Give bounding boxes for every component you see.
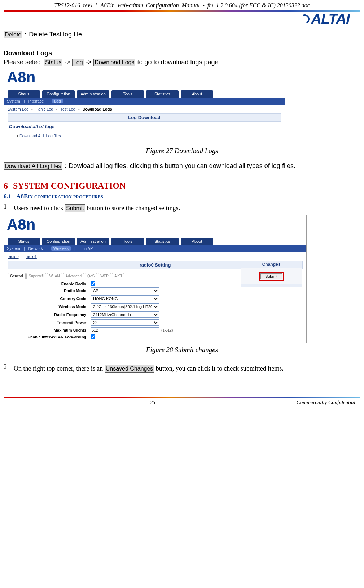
subnav-wireless-2[interactable]: Wireless xyxy=(51,246,71,251)
setting-tab-advanced[interactable]: Advanced xyxy=(63,273,84,279)
download-logs-heading: Download Logs xyxy=(4,49,360,57)
crumb-system-log[interactable]: System Log xyxy=(8,107,28,111)
doc-header: TPS12-016_rev1 1_A8Ein_web-admin_Configu… xyxy=(4,0,360,9)
country-code-select[interactable]: HONG KONG xyxy=(91,295,159,302)
crumb-radio1[interactable]: radio1 xyxy=(26,254,37,259)
list-item: 1 Users need to click Submit button to s… xyxy=(4,203,360,213)
section-6-1-heading: 6.1A8Ein configuration procedures xyxy=(4,193,360,200)
tab-status[interactable]: Status xyxy=(8,90,40,98)
sub-nav-2: System| Network| Wireless| Thin AP xyxy=(4,245,306,252)
radio-mode-label: Radio Mode: xyxy=(8,289,91,293)
list-item: 2 On the right top corner, there is an U… xyxy=(4,363,360,374)
footer-rule xyxy=(4,396,360,399)
tab-statistics-2[interactable]: Statistics xyxy=(146,238,179,245)
crumb-test-log[interactable]: Test Log xyxy=(60,107,75,111)
tab-statistics[interactable]: Statistics xyxy=(146,90,179,98)
setting-tab-superwifi[interactable]: Superwifi xyxy=(26,273,46,279)
setting-tab-qos[interactable]: QoS xyxy=(85,273,97,279)
logo-swoop-icon xyxy=(299,13,311,25)
download-logs-para: Please select Status -> Log -> Download … xyxy=(4,59,360,66)
main-tabs: Status Configuration Administration Tool… xyxy=(4,89,285,98)
setting-tab-airfi[interactable]: AirFi xyxy=(112,273,124,279)
download-all-line: Download All Log files：Dowload all log f… xyxy=(4,161,360,170)
subnav-thinap-2[interactable]: Thin AP xyxy=(79,246,93,251)
country-code-label: Country Code: xyxy=(8,297,91,301)
figure-28-caption: Figure 28 Submit changes xyxy=(4,346,360,354)
radio-mode-select[interactable]: AP xyxy=(91,287,159,294)
a8n-logo-2: A8n xyxy=(4,215,306,236)
screenshot-download-logs: A8n Status Configuration Administration … xyxy=(4,68,285,144)
logo-text: ALTAI xyxy=(311,11,350,27)
tab-configuration-2[interactable]: Configuration xyxy=(42,238,75,245)
submit-highlight: Submit xyxy=(259,272,284,281)
tab-configuration[interactable]: Configuration xyxy=(42,90,75,98)
subnav-system[interactable]: System xyxy=(7,99,20,103)
changes-header: Changes xyxy=(241,261,302,268)
max-clients-input[interactable] xyxy=(91,327,159,333)
page-number: 25 xyxy=(9,399,297,406)
max-clients-label: Maximum Clients: xyxy=(8,328,91,332)
inter-wlan-label: Enable Inter-WLAN Forwarding: xyxy=(8,335,91,339)
tx-power-select[interactable]: 22 xyxy=(91,319,159,326)
breadcrumb: System Log- Panic Log- Test Log- Downloa… xyxy=(4,105,285,113)
unsaved-changes-box-label: Unsaved Changes xyxy=(105,365,154,372)
status-box-label: Status xyxy=(44,59,62,66)
subnav-system-2[interactable]: System xyxy=(7,246,20,251)
log-box-label: Log xyxy=(72,59,84,66)
crumb-panic-log[interactable]: Panic Log xyxy=(36,107,53,111)
crumb-radio0[interactable]: radio0 xyxy=(8,254,19,259)
breadcrumb-2: radio0- radio1 xyxy=(4,252,306,261)
submit-button[interactable]: Submit xyxy=(260,273,282,279)
section-6-heading: 6System configuration xyxy=(4,181,360,191)
tab-status-2[interactable]: Status xyxy=(8,238,40,245)
delete-line: Delete：Delete Test log file. xyxy=(4,30,360,39)
sub-nav: System | Interface | Log xyxy=(4,98,285,105)
tab-about-2[interactable]: About xyxy=(181,238,213,245)
tab-administration-2[interactable]: Administration xyxy=(77,238,109,245)
enable-radio-checkbox[interactable] xyxy=(91,281,95,286)
changes-panel: Changes Submit xyxy=(241,261,302,287)
subnav-log[interactable]: Log xyxy=(52,99,63,103)
enable-radio-label: Enable Radio: xyxy=(8,282,91,286)
setting-tab-general[interactable]: General xyxy=(8,273,26,279)
tab-tools[interactable]: Tools xyxy=(111,90,144,98)
tx-power-label: Transmit Power: xyxy=(8,320,91,325)
setting-tab-wlan[interactable]: WLAN xyxy=(47,273,62,279)
submit-box-label: Submit xyxy=(65,204,85,212)
radio-freq-select[interactable]: 2412MHz(Channel 1) xyxy=(91,311,159,318)
panel-title-log-download: Log Download xyxy=(8,113,281,122)
altai-logo: ALTAI xyxy=(300,11,350,27)
tab-administration[interactable]: Administration xyxy=(77,90,109,98)
download-all-box-label: Download All Log files xyxy=(4,162,62,170)
footer-confidential: Commercially Confidential xyxy=(297,399,355,406)
download-logs-box-label: Download Logs xyxy=(93,59,135,66)
inter-wlan-checkbox[interactable] xyxy=(91,334,95,339)
subnav-interface[interactable]: Interface xyxy=(28,99,44,103)
crumb-download-logs: Download Logs xyxy=(83,107,112,111)
figure-27-caption: Figure 27 Download Logs xyxy=(4,147,360,155)
tab-tools-2[interactable]: Tools xyxy=(111,238,144,245)
main-tabs-2: Status Configuration Administration Tool… xyxy=(4,236,306,245)
setting-tab-wep[interactable]: WEP xyxy=(98,273,111,279)
tab-about[interactable]: About xyxy=(181,90,213,98)
download-all-log-files-link[interactable]: Download ALL Log files xyxy=(19,134,61,138)
max-clients-hint: (1-512) xyxy=(161,328,173,332)
wireless-mode-label: Wireless Mode: xyxy=(8,304,91,309)
panel-sub-download-all: Download all of logs xyxy=(4,122,285,131)
delete-box-label: Delete xyxy=(4,31,22,38)
subnav-network-2[interactable]: Network xyxy=(28,246,43,251)
radio-freq-label: Radio Frequency: xyxy=(8,312,91,317)
a8n-logo: A8n xyxy=(4,68,285,89)
wireless-mode-select[interactable]: 2.4GHz 130Mbps(802.11ng HT20) xyxy=(91,303,159,310)
screenshot-submit-changes: A8n Status Configuration Administration … xyxy=(4,215,307,343)
